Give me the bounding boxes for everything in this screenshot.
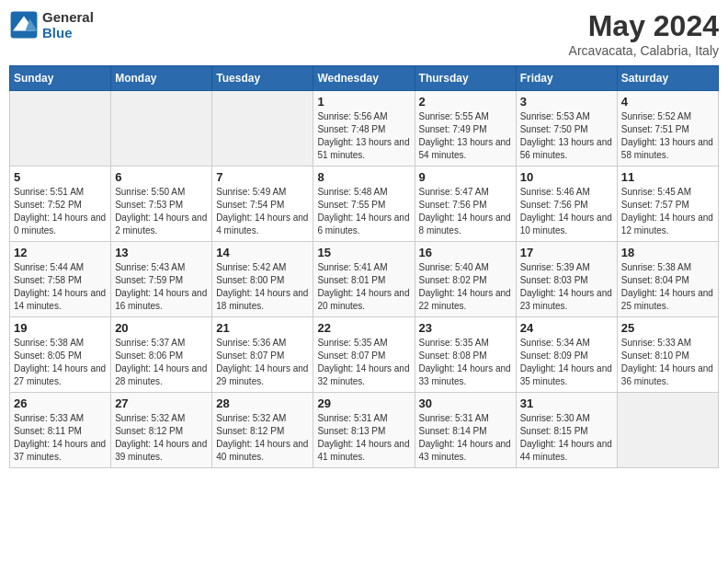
day-info: Sunrise: 5:33 AMSunset: 8:10 PMDaylight:…: [621, 337, 714, 388]
calendar-cell: 20Sunrise: 5:37 AMSunset: 8:06 PMDayligh…: [111, 317, 212, 393]
day-info: Sunrise: 5:45 AMSunset: 7:57 PMDaylight:…: [621, 186, 714, 237]
calendar-cell: 17Sunrise: 5:39 AMSunset: 8:03 PMDayligh…: [516, 242, 617, 317]
header-friday: Friday: [516, 66, 617, 91]
day-number: 15: [317, 246, 410, 259]
day-info: Sunrise: 5:31 AMSunset: 8:13 PMDaylight:…: [317, 412, 410, 464]
calendar-cell: 18Sunrise: 5:38 AMSunset: 8:04 PMDayligh…: [617, 242, 718, 317]
calendar-cell: [10, 91, 111, 167]
day-number: 4: [621, 95, 714, 109]
calendar-cell: 26Sunrise: 5:33 AMSunset: 8:11 PMDayligh…: [10, 393, 111, 468]
logo-text: General Blue: [42, 9, 94, 40]
day-number: 3: [520, 95, 613, 109]
header-wednesday: Wednesday: [313, 66, 415, 91]
calendar-cell: 19Sunrise: 5:38 AMSunset: 8:05 PMDayligh…: [10, 317, 111, 393]
calendar-header-row: SundayMondayTuesdayWednesdayThursdayFrid…: [10, 66, 719, 91]
day-number: 13: [115, 246, 208, 259]
calendar-cell: 28Sunrise: 5:32 AMSunset: 8:12 PMDayligh…: [212, 393, 313, 468]
day-number: 12: [14, 246, 107, 259]
day-info: Sunrise: 5:56 AMSunset: 7:48 PMDaylight:…: [317, 110, 410, 162]
calendar-week-5: 26Sunrise: 5:33 AMSunset: 8:11 PMDayligh…: [10, 393, 719, 468]
day-number: 6: [115, 170, 208, 184]
day-info: Sunrise: 5:50 AMSunset: 7:53 PMDaylight:…: [115, 186, 208, 237]
day-info: Sunrise: 5:42 AMSunset: 8:00 PMDaylight:…: [216, 261, 309, 313]
day-info: Sunrise: 5:52 AMSunset: 7:51 PMDaylight:…: [621, 110, 714, 162]
day-number: 11: [621, 170, 714, 184]
calendar-cell: 25Sunrise: 5:33 AMSunset: 8:10 PMDayligh…: [617, 317, 718, 393]
day-number: 1: [317, 95, 410, 109]
calendar-cell: 8Sunrise: 5:48 AMSunset: 7:55 PMDaylight…: [313, 167, 415, 242]
day-number: 29: [317, 396, 410, 410]
calendar-cell: 9Sunrise: 5:47 AMSunset: 7:56 PMDaylight…: [415, 167, 516, 242]
calendar-cell: 23Sunrise: 5:35 AMSunset: 8:08 PMDayligh…: [415, 317, 516, 393]
day-info: Sunrise: 5:35 AMSunset: 8:08 PMDaylight:…: [419, 337, 512, 388]
day-info: Sunrise: 5:46 AMSunset: 7:56 PMDaylight:…: [520, 186, 613, 237]
day-number: 17: [520, 246, 613, 259]
calendar-cell: 3Sunrise: 5:53 AMSunset: 7:50 PMDaylight…: [516, 91, 617, 167]
day-info: Sunrise: 5:32 AMSunset: 8:12 PMDaylight:…: [115, 412, 208, 464]
calendar-cell: 29Sunrise: 5:31 AMSunset: 8:13 PMDayligh…: [313, 393, 415, 468]
header-sunday: Sunday: [10, 66, 111, 91]
day-number: 5: [14, 170, 107, 184]
day-number: 18: [621, 246, 714, 259]
day-info: Sunrise: 5:32 AMSunset: 8:12 PMDaylight:…: [216, 412, 309, 464]
month-title: May 2024: [569, 9, 719, 43]
day-info: Sunrise: 5:33 AMSunset: 8:11 PMDaylight:…: [14, 412, 107, 464]
day-info: Sunrise: 5:36 AMSunset: 8:07 PMDaylight:…: [216, 337, 309, 388]
header-saturday: Saturday: [617, 66, 718, 91]
day-info: Sunrise: 5:31 AMSunset: 8:14 PMDaylight:…: [419, 412, 512, 464]
calendar-cell: 6Sunrise: 5:50 AMSunset: 7:53 PMDaylight…: [111, 167, 212, 242]
day-number: 9: [419, 170, 512, 184]
calendar-cell: 13Sunrise: 5:43 AMSunset: 7:59 PMDayligh…: [111, 242, 212, 317]
day-info: Sunrise: 5:44 AMSunset: 7:58 PMDaylight:…: [14, 261, 107, 313]
day-number: 14: [216, 246, 309, 259]
day-info: Sunrise: 5:39 AMSunset: 8:03 PMDaylight:…: [520, 261, 613, 313]
day-number: 26: [14, 396, 107, 410]
calendar-week-2: 5Sunrise: 5:51 AMSunset: 7:52 PMDaylight…: [10, 167, 719, 242]
logo: General Blue: [9, 9, 94, 40]
day-number: 10: [520, 170, 613, 184]
day-info: Sunrise: 5:41 AMSunset: 8:01 PMDaylight:…: [317, 261, 410, 313]
day-info: Sunrise: 5:53 AMSunset: 7:50 PMDaylight:…: [520, 110, 613, 162]
day-info: Sunrise: 5:49 AMSunset: 7:54 PMDaylight:…: [216, 186, 309, 237]
day-number: 2: [419, 95, 512, 109]
calendar-cell: 11Sunrise: 5:45 AMSunset: 7:57 PMDayligh…: [617, 167, 718, 242]
calendar-cell: 21Sunrise: 5:36 AMSunset: 8:07 PMDayligh…: [212, 317, 313, 393]
calendar-cell: 4Sunrise: 5:52 AMSunset: 7:51 PMDaylight…: [617, 91, 718, 167]
calendar-cell: 15Sunrise: 5:41 AMSunset: 8:01 PMDayligh…: [313, 242, 415, 317]
day-info: Sunrise: 5:55 AMSunset: 7:49 PMDaylight:…: [419, 110, 512, 162]
day-number: 23: [419, 321, 512, 335]
calendar-cell: 30Sunrise: 5:31 AMSunset: 8:14 PMDayligh…: [415, 393, 516, 468]
day-number: 25: [621, 321, 714, 335]
calendar-cell: 27Sunrise: 5:32 AMSunset: 8:12 PMDayligh…: [111, 393, 212, 468]
calendar-cell: [617, 393, 718, 468]
day-number: 28: [216, 396, 309, 410]
day-info: Sunrise: 5:34 AMSunset: 8:09 PMDaylight:…: [520, 337, 613, 388]
header-thursday: Thursday: [415, 66, 516, 91]
calendar-cell: [212, 91, 313, 167]
logo-icon: [9, 10, 39, 40]
calendar-cell: 7Sunrise: 5:49 AMSunset: 7:54 PMDaylight…: [212, 167, 313, 242]
day-info: Sunrise: 5:43 AMSunset: 7:59 PMDaylight:…: [115, 261, 208, 313]
calendar-cell: 5Sunrise: 5:51 AMSunset: 7:52 PMDaylight…: [10, 167, 111, 242]
header-monday: Monday: [111, 66, 212, 91]
calendar-cell: 22Sunrise: 5:35 AMSunset: 8:07 PMDayligh…: [313, 317, 415, 393]
day-info: Sunrise: 5:38 AMSunset: 8:05 PMDaylight:…: [14, 337, 107, 388]
calendar-week-4: 19Sunrise: 5:38 AMSunset: 8:05 PMDayligh…: [10, 317, 719, 393]
day-info: Sunrise: 5:37 AMSunset: 8:06 PMDaylight:…: [115, 337, 208, 388]
day-info: Sunrise: 5:51 AMSunset: 7:52 PMDaylight:…: [14, 186, 107, 237]
day-number: 7: [216, 170, 309, 184]
calendar-cell: 31Sunrise: 5:30 AMSunset: 8:15 PMDayligh…: [516, 393, 617, 468]
calendar-cell: [111, 91, 212, 167]
day-number: 30: [419, 396, 512, 410]
day-number: 20: [115, 321, 208, 335]
header-tuesday: Tuesday: [212, 66, 313, 91]
location-subtitle: Arcavacata, Calabria, Italy: [569, 43, 719, 58]
calendar-cell: 2Sunrise: 5:55 AMSunset: 7:49 PMDaylight…: [415, 91, 516, 167]
calendar-cell: 14Sunrise: 5:42 AMSunset: 8:00 PMDayligh…: [212, 242, 313, 317]
day-number: 8: [317, 170, 410, 184]
title-block: May 2024 Arcavacata, Calabria, Italy: [569, 9, 719, 58]
calendar-cell: 24Sunrise: 5:34 AMSunset: 8:09 PMDayligh…: [516, 317, 617, 393]
day-info: Sunrise: 5:30 AMSunset: 8:15 PMDaylight:…: [520, 412, 613, 464]
page-header: General Blue May 2024 Arcavacata, Calabr…: [9, 9, 719, 58]
calendar-cell: 10Sunrise: 5:46 AMSunset: 7:56 PMDayligh…: [516, 167, 617, 242]
